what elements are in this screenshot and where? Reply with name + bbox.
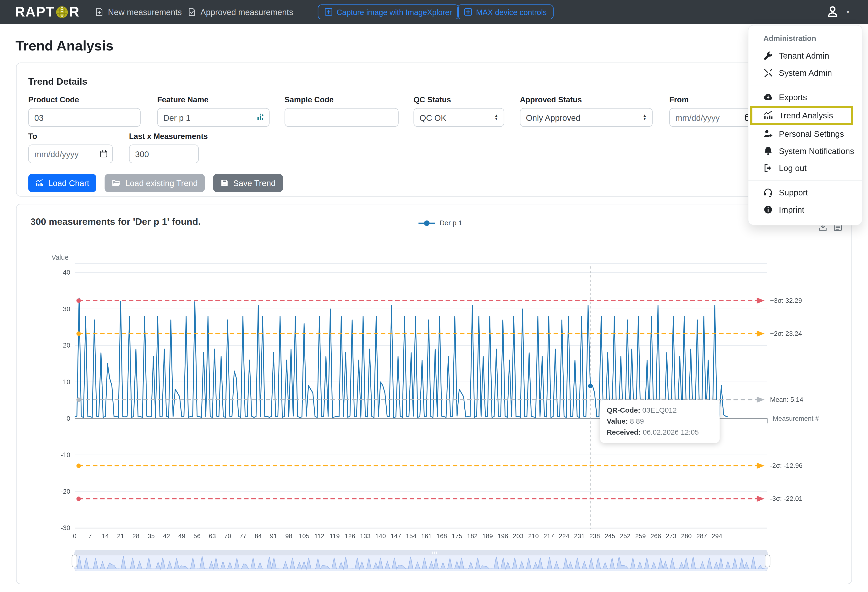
svg-text:259: 259 <box>635 533 646 540</box>
trend-details-title: Trend Details <box>28 76 87 87</box>
button-label: MAX device controls <box>476 7 547 16</box>
menu-item-imprint[interactable]: Imprint <box>748 201 862 218</box>
svg-text:77: 77 <box>239 533 247 540</box>
brand-r: R <box>69 4 80 20</box>
svg-text:91: 91 <box>270 533 277 540</box>
svg-text:-20: -20 <box>61 488 70 495</box>
to-date-input[interactable] <box>28 145 113 163</box>
menu-item-support[interactable]: Support <box>748 184 862 201</box>
nav-link-label: New measurements <box>108 7 182 16</box>
svg-text:140: 140 <box>375 533 386 540</box>
svg-text:231: 231 <box>574 533 585 540</box>
svg-text:245: 245 <box>605 533 615 540</box>
qc-status-select[interactable]: QC OK ▲▼ <box>413 108 504 127</box>
button-label: Save Trend <box>233 178 276 187</box>
svg-text:175: 175 <box>452 533 462 540</box>
folder-open-icon <box>112 179 121 187</box>
headset-icon <box>763 188 773 197</box>
menu-item-label: System Admin <box>779 68 832 77</box>
save-trend-button[interactable]: Save Trend <box>213 174 283 192</box>
approved-status-select[interactable]: Only Approved ▲▼ <box>520 108 653 127</box>
svg-text:287: 287 <box>696 533 707 540</box>
app-root: RAPTOR RAPTR New measurements Approved m… <box>0 0 868 592</box>
load-existing-trend-button[interactable]: Load existing Trend <box>105 174 205 192</box>
menu-item-label: System Notifications <box>779 146 854 155</box>
svg-text:56: 56 <box>193 533 201 540</box>
tooltip-label: Received: <box>607 428 641 437</box>
trend-details-card: Trend Details Product Code Feature Name … <box>16 63 852 196</box>
svg-text:84: 84 <box>255 533 262 540</box>
menu-item-system-notifications[interactable]: System Notifications <box>748 142 862 159</box>
wrench-icon <box>763 51 773 60</box>
product-code-input[interactable] <box>28 108 140 127</box>
sample-code-input[interactable] <box>285 108 399 127</box>
file-plus-icon <box>95 7 104 16</box>
svg-text:0: 0 <box>67 415 70 422</box>
chart-icon <box>763 111 773 120</box>
last-x-measurements-input[interactable] <box>129 145 199 163</box>
tooltip-label: QR-Code: <box>607 406 640 414</box>
plus-square-icon <box>464 7 472 16</box>
from-date-input[interactable] <box>669 108 758 127</box>
tools-icon <box>763 68 773 77</box>
svg-text:-10: -10 <box>61 451 70 459</box>
svg-text:28: 28 <box>133 533 140 540</box>
tooltip-value: 8.89 <box>630 417 644 425</box>
product-code-label: Product Code <box>28 95 140 104</box>
trend-chart[interactable]: 403020100-10-20-30Value07142128354249566… <box>16 204 851 584</box>
brand-logo[interactable]: RAPTOR RAPTR <box>15 4 80 20</box>
load-chart-button[interactable]: Load Chart <box>28 174 96 192</box>
svg-text:224: 224 <box>559 533 570 540</box>
nav-new-measurements[interactable]: New measurements <box>95 0 182 24</box>
menu-item-log-out[interactable]: Log out <box>748 159 862 177</box>
svg-text:98: 98 <box>285 533 292 540</box>
menu-item-trend-analysis[interactable]: Trend Analysis <box>750 106 853 125</box>
max-device-controls-button[interactable]: MAX device controls <box>457 4 553 20</box>
menu-item-label: Log out <box>779 163 806 173</box>
svg-text:35: 35 <box>148 533 155 540</box>
select-arrows-icon: ▲▼ <box>495 114 498 121</box>
navbar: RAPTOR RAPTR New measurements Approved m… <box>0 0 868 24</box>
svg-text:133: 133 <box>360 533 371 540</box>
menu-item-label: Support <box>779 188 808 197</box>
capture-imagexplorer-button[interactable]: Capture image with ImageXplorer <box>318 4 459 20</box>
navigator-left-handle[interactable] <box>72 555 77 567</box>
svg-text:21: 21 <box>117 533 124 540</box>
select-arrows-icon: ▲▼ <box>643 114 647 121</box>
menu-item-personal-settings[interactable]: Personal Settings <box>748 125 862 142</box>
svg-text:10: 10 <box>63 378 70 385</box>
feature-name-label: Feature Name <box>157 95 270 104</box>
svg-text:Value: Value <box>52 254 69 261</box>
menu-item-label: Trend Analysis <box>779 111 833 120</box>
file-check-icon <box>187 7 196 16</box>
to-label: To <box>28 132 113 141</box>
menu-item-system-admin[interactable]: System Admin <box>748 64 862 81</box>
chart-card: 300 measurements for 'Der p 1' found. De… <box>16 204 852 584</box>
brand-rapt: RAPT <box>15 4 55 20</box>
user-menu-toggle[interactable]: ▾ <box>826 5 849 18</box>
menu-item-exports[interactable]: Exports <box>748 89 862 106</box>
nav-approved-measurements[interactable]: Approved measurements <box>187 0 294 24</box>
svg-text:70: 70 <box>224 533 231 540</box>
svg-text:161: 161 <box>421 533 432 540</box>
chart-icon <box>35 179 44 187</box>
chart-navigator[interactable] <box>72 551 770 571</box>
menu-item-tenant-admin[interactable]: Tenant Admin <box>748 47 862 64</box>
logout-icon <box>763 163 773 173</box>
svg-text:203: 203 <box>513 533 523 540</box>
sample-code-label: Sample Code <box>285 95 399 104</box>
cloud-download-icon <box>763 93 773 102</box>
info-icon <box>763 205 773 214</box>
menu-item-label: Personal Settings <box>779 129 844 138</box>
svg-text:30: 30 <box>63 305 70 313</box>
menu-item-label: Imprint <box>779 205 804 214</box>
tooltip-value: 03ELQ012 <box>642 406 677 414</box>
plus-square-icon <box>325 7 333 16</box>
caret-down-icon: ▾ <box>846 8 850 15</box>
navigator-right-handle[interactable] <box>765 555 770 567</box>
feature-name-input[interactable] <box>157 108 270 127</box>
qc-status-label: QC Status <box>413 95 504 104</box>
svg-text:40: 40 <box>63 269 70 276</box>
chart-tooltip: QR-Code: 03ELQ012 Value: 8.89 Received: … <box>600 400 720 443</box>
svg-text:-2σ: -12.96: -2σ: -12.96 <box>770 462 803 469</box>
